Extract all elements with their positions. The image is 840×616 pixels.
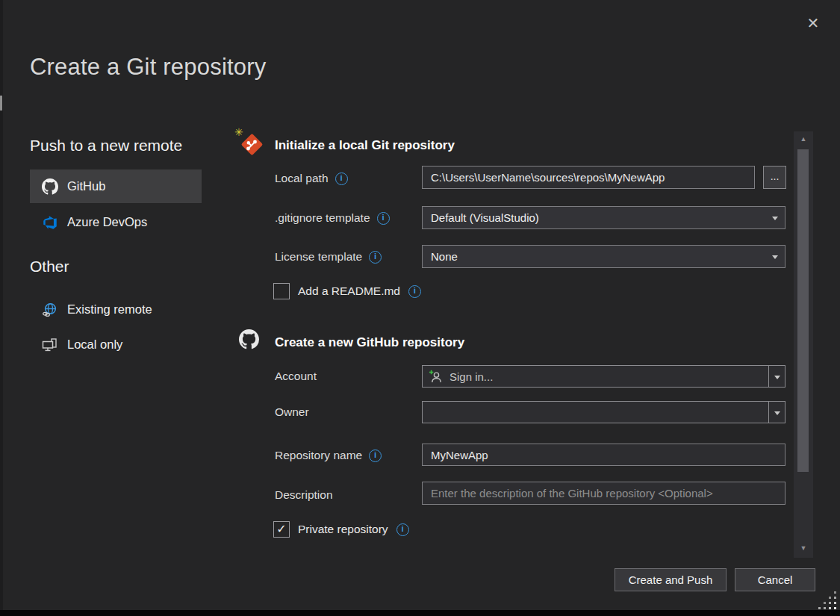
sidebar-item-label: Local only	[67, 337, 122, 352]
info-icon[interactable]: i	[369, 251, 382, 264]
browse-button[interactable]: ...	[763, 166, 786, 189]
create-and-push-button[interactable]: Create and Push	[615, 568, 727, 591]
license-template-dropdown[interactable]: None	[422, 245, 785, 268]
account-combobox[interactable]: Sign in...	[422, 365, 785, 388]
local-path-label-text: Local path	[275, 172, 329, 185]
gitignore-selected-value: Default (VisualStudio)	[431, 211, 539, 224]
init-section-heading: Initialize a local Git repository	[275, 138, 455, 153]
dialog-left-border	[0, 0, 3, 616]
info-icon[interactable]: i	[396, 523, 409, 536]
account-label: Account	[275, 370, 317, 383]
chevron-down-icon	[772, 217, 778, 220]
owner-label-text: Owner	[275, 405, 309, 419]
info-icon[interactable]: i	[408, 285, 421, 298]
combo-dropdown-button[interactable]	[768, 402, 785, 423]
create-git-repo-dialog: ✕ Create a Git repository Push to a new …	[0, 0, 840, 616]
resize-grip[interactable]	[818, 607, 821, 609]
sidebar-item-label: GitHub	[67, 179, 105, 193]
account-label-text: Account	[275, 370, 317, 383]
repository-name-input[interactable]	[422, 444, 785, 466]
close-button[interactable]: ✕	[800, 10, 826, 36]
license-selected-value: None	[431, 250, 458, 263]
chevron-down-icon	[774, 376, 780, 379]
scroll-down-arrow-icon[interactable]: ▼	[794, 541, 813, 555]
cancel-button[interactable]: Cancel	[735, 568, 815, 591]
github-section-heading: Create a new GitHub repository	[275, 335, 464, 350]
computer-icon	[41, 336, 59, 354]
license-label-text: License template	[275, 250, 362, 264]
info-icon[interactable]: i	[369, 449, 382, 462]
sidebar-item-github[interactable]: GitHub	[30, 169, 202, 203]
add-user-icon	[429, 370, 443, 384]
readme-checkbox[interactable]: ✓	[273, 283, 290, 299]
sidebar-item-label: Azure DevOps	[67, 215, 147, 229]
github-icon	[239, 329, 260, 350]
owner-label: Owner	[275, 405, 309, 419]
sidebar-item-azure-devops[interactable]: Azure DevOps	[30, 211, 202, 234]
sidebar-item-existing-remote[interactable]: Existing remote	[30, 298, 202, 321]
page-title: Create a Git repository	[30, 54, 266, 81]
private-repository-checkbox[interactable]: ✓	[273, 521, 290, 538]
private-check-row: ✓ Private repository i	[273, 521, 409, 538]
gitignore-template-dropdown[interactable]: Default (VisualStudio)	[422, 206, 785, 229]
scrollbar-thumb[interactable]	[797, 149, 809, 472]
sidebar-item-local-only[interactable]: Local only	[30, 333, 202, 356]
chevron-down-icon	[774, 411, 780, 415]
private-repository-label: Private repository	[298, 523, 388, 536]
new-badge-icon: ✳	[234, 126, 243, 138]
description-label-text: Description	[275, 488, 333, 502]
github-icon	[41, 178, 59, 196]
gitignore-label-text: .gitignore template	[275, 211, 370, 225]
repository-name-label: Repository name i	[275, 449, 382, 462]
local-path-input[interactable]	[422, 166, 755, 189]
check-icon: ✓	[276, 523, 286, 535]
info-icon[interactable]: i	[335, 172, 348, 185]
vertical-scrollbar[interactable]: ▲ ▼	[794, 131, 813, 558]
combo-dropdown-button[interactable]	[768, 366, 785, 387]
sidebar-heading-push-remote: Push to a new remote	[30, 137, 182, 155]
repository-name-label-text: Repository name	[275, 449, 362, 462]
readme-check-row: ✓ Add a README.md i	[273, 283, 421, 299]
dialog-bottom-border	[0, 610, 840, 616]
window-edge-notch	[0, 96, 2, 111]
owner-combobox[interactable]	[422, 401, 785, 423]
info-icon[interactable]: i	[377, 212, 390, 225]
chevron-down-icon	[772, 255, 778, 259]
description-label: Description	[275, 488, 333, 502]
sidebar-item-label: Existing remote	[67, 302, 152, 317]
globe-link-icon	[41, 301, 59, 319]
license-label: License template i	[275, 250, 382, 264]
account-placeholder: Sign in...	[449, 370, 493, 383]
scroll-up-arrow-icon[interactable]: ▲	[794, 132, 813, 146]
description-input[interactable]	[422, 482, 785, 505]
gitignore-label: .gitignore template i	[275, 211, 390, 225]
readme-label: Add a README.md	[298, 284, 400, 298]
local-path-label: Local path i	[275, 172, 348, 185]
git-new-icon: ✳	[236, 128, 267, 160]
azure-devops-icon	[41, 214, 59, 231]
sidebar-heading-other: Other	[30, 258, 69, 276]
